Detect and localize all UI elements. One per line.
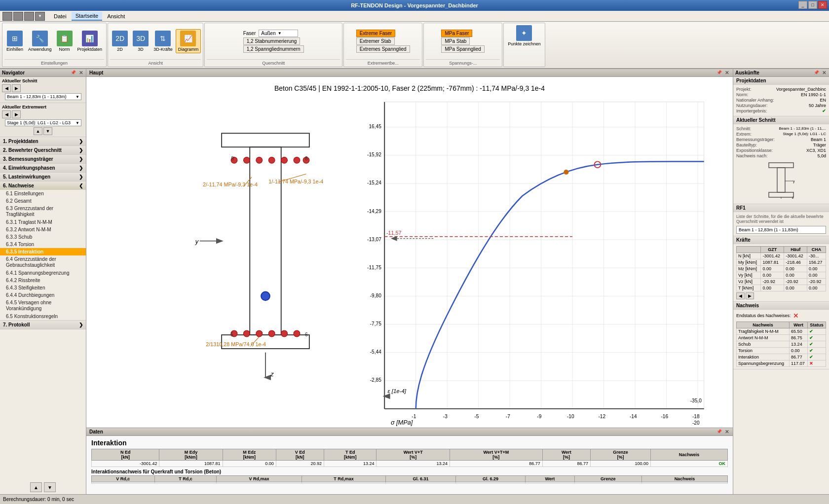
kraeft-row-vy: Vy [kN] 0.00 0.00 0.00 [737,272,826,279]
close-button[interactable]: ✕ [818,1,827,9]
menu-startseite[interactable]: Startseite [72,12,102,21]
extremwert-down-btn[interactable]: ▼ [43,127,52,135]
nav-6-3[interactable]: 6.3 Grenzzustand der Tragfähigkeit [0,205,86,218]
nutzungsdauer-label: Nutzungsdauer: [736,103,776,108]
current-section-combo[interactable]: Beam 1 - 12,83m (1 - 11,83m) [5,93,81,100]
nav-6-4-4[interactable]: 6.4.4 Durchbiegungen [0,291,86,299]
nav-6-4[interactable]: 6.4 Grenzzustände der Gebrauchstauglichk… [0,255,86,269]
mpa-faser-btn[interactable]: MPa Faser [441,30,472,37]
haupt-pin[interactable]: 📌 [716,70,723,75]
nav-6-3-3[interactable]: 6.3.3 Schub [0,233,86,241]
svg-point-12 [244,330,250,337]
nav-ctrl-down[interactable]: ▼ [44,482,56,492]
auskuenfte-close[interactable]: ✕ [821,70,827,75]
auskuenfte-pin[interactable]: 📌 [813,70,820,75]
nav-6-5[interactable]: 6.5 Konstruktionsregeln [0,313,86,320]
data-pin[interactable]: 📌 [716,429,723,434]
col-vrdmax: V Rd,max [217,476,301,482]
extremwert-up-btn[interactable]: ▲ [34,127,42,135]
ribbon-btn-norm[interactable]: 📋 Norm [55,30,75,53]
haupt-content: Beton C35/45 | EN 1992-1-1:2005-10, Fase… [86,77,733,428]
navigator-pin[interactable]: 📌 [70,70,77,75]
projekt-label: Projekt: [736,87,776,92]
nav-3-bemessungstraeger[interactable]: 3. Bemessungsträger❯ [0,155,86,163]
rf1-beam-combo[interactable]: Beam 1 - 12,83m (1 - 11,83m) [736,226,826,234]
3d-label: 3D [138,47,144,52]
nav-6-nachweise[interactable]: 6. Nachweise❮ [0,181,86,190]
svg-point-15 [281,330,288,337]
menu-ansicht[interactable]: Ansicht [103,12,129,20]
punkte-btn[interactable]: ✦ Punkte zeichnen [506,24,543,47]
nav-ctrl-up[interactable]: ▲ [30,482,42,492]
ribbon-group-querschnitt: Faser Außen 1,2 Stabnummerierung 1,2 Spa… [204,23,342,67]
stabnummerierung-btn[interactable]: 1,2 Stabnummerierung [243,37,301,45]
nav-6-4-2[interactable]: 6.4.2 Rissbreite [0,277,86,284]
nav-6-3-5[interactable]: 6.3.5 Interaktion [0,248,86,255]
haupt-header: Haupt 📌 ✕ [86,69,733,77]
section-prev-btn[interactable]: ◀ [2,84,11,92]
nav-7-protokoll[interactable]: 7. Protokoll❯ [0,321,86,329]
ribbon-btn-einhillen[interactable]: ⊞ Einhillen [4,30,25,53]
svg-text:6: 6 [305,332,308,337]
nav-1-projektdaten[interactable]: 1. Projektdaten❯ [0,137,86,145]
ribbon-btn-3dkraefte[interactable]: ⇅ 3D-Kräfte [151,30,175,53]
mpa-stab-btn[interactable]: MPa Stab [441,37,470,45]
col-ned: N Ed[kN] [92,449,159,461]
nav-5-lasteinwirkungen[interactable]: 5. Lasteinwirkungen❯ [0,173,86,181]
menu-datei[interactable]: Datei [50,12,71,20]
svg-text:ε [1e-4]: ε [1e-4] [388,388,407,394]
endstatus-icon: ✕ [793,312,799,320]
anwendung-icon: 🔧 [32,31,48,46]
current-extremwert-combo[interactable]: Stage 1 (5,0d): LG1 - LG2 - LG3 [5,119,81,126]
navigator-close[interactable]: ✕ [78,70,84,75]
nav-6-2[interactable]: 6.2 Gesamt [0,197,86,205]
minimize-button[interactable]: _ [798,1,807,9]
data-close[interactable]: ✕ [724,429,730,434]
nav-2-bewehrter[interactable]: 2. Bewehrter Querschnitt❯ [0,146,86,154]
kraefte-section: Kräfte GZT Häuf CHA N [kN] -3001.42 -300… [733,236,829,302]
nav-6-3-1[interactable]: 6.3.1 Traglast N-M-M [0,218,86,226]
ribbon-btn-projektdaten[interactable]: 📊 Projektdaten [75,30,105,53]
extremer-stab-btn[interactable]: Extremer Stab [356,37,395,45]
ribbon-btn-3d[interactable]: 3D 3D [131,30,151,53]
ansicht-ribbon-label: Ansicht [110,59,201,66]
toolbar-icon-2[interactable] [13,12,23,21]
svg-point-13 [256,330,263,337]
nav-6-4-1[interactable]: 6.4.1 Spannungsbegrenzung [0,269,86,277]
rf1-description: Liste der Schnitte, für die die aktuelle… [736,214,826,224]
toolbar-icon-4[interactable]: ▼ [35,12,45,21]
nav-6-4-3[interactable]: 6.4.3 Steifigkeiten [0,284,86,291]
svg-text:-5,44: -5,44 [370,349,381,355]
ribbon-btn-2d[interactable]: 2D 2D [110,30,130,53]
haupt-close[interactable]: ✕ [724,70,730,75]
spanngliednum-btn[interactable]: 1,2 Spannglied­nummern [243,45,304,53]
kraefte-scroll-right[interactable]: ▶ [746,292,754,299]
faser-dropdown[interactable]: Außen [259,30,298,37]
mpa-spannglied-btn[interactable]: MPa Spannglied [441,45,484,53]
extremes-spannglied-btn[interactable]: Extremes Spannglied [356,45,410,53]
maximize-button[interactable]: □ [808,1,817,9]
section-next-btn[interactable]: ▶ [12,84,21,92]
svg-point-9 [294,157,300,164]
2d-icon: 2D [112,31,128,46]
nav-4-einwirkungsphasen[interactable]: 4. Einwirkungsphasen❯ [0,164,86,172]
nav-6-3-2[interactable]: 6.3.2 Antwort N-M-M [0,226,86,233]
kraefte-scroll-left[interactable]: ◀ [736,292,745,299]
extreme-faser-btn[interactable]: Extreme Faser [356,30,396,37]
projektdaten-title: Projektdaten [733,77,829,85]
svg-text:-3: -3 [443,414,448,419]
extremwert-next-btn[interactable]: ▶ [12,110,21,118]
nav-6-3-4[interactable]: 6.3.4 Torsion [0,241,86,248]
table-row-2 [92,482,728,484]
toolbar-icon-1[interactable] [2,12,12,21]
svg-text:y: y [195,238,199,245]
toolbar-icon-3[interactable] [24,12,34,21]
nav-6-1[interactable]: 6.1 Einstellungen [0,190,86,197]
auskuenfte-header: Auskünfte 📌 ✕ [733,69,829,77]
svg-text:1/-11,74 MPa/-9,3 1e-4: 1/-11,74 MPa/-9,3 1e-4 [268,179,323,184]
svg-point-6 [256,157,263,164]
ribbon-btn-diagramm[interactable]: 📈 Diagramm [176,29,201,53]
extremwert-prev-btn[interactable]: ◀ [2,110,11,118]
nav-6-4-5[interactable]: 6.4.5 Versagen ohne Vorankündigung [0,299,86,313]
ribbon-btn-anwendung[interactable]: 🔧 Anwendung [26,30,54,53]
